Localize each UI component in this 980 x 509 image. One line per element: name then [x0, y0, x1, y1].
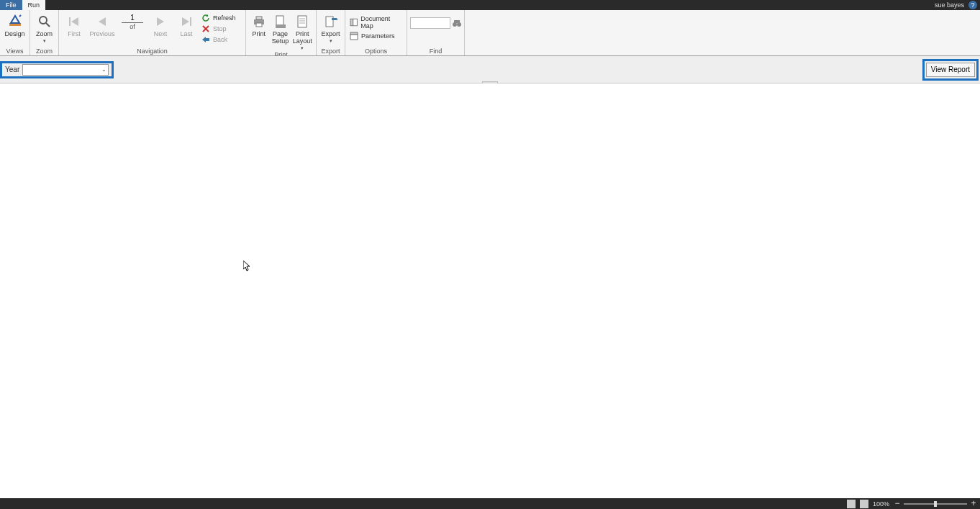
design-button[interactable]: Design	[3, 12, 27, 37]
previous-label: Previous	[89, 30, 114, 37]
back-button[interactable]: Back	[200, 35, 237, 45]
chevron-down-icon: ▾	[330, 39, 332, 43]
svg-rect-9	[256, 17, 262, 19]
page-setup-button[interactable]: Page Setup	[271, 12, 291, 45]
status-icon-2[interactable]	[860, 500, 868, 508]
print-label: Print	[253, 30, 266, 37]
tab-file-label: File	[6, 1, 17, 9]
magnifier-icon	[37, 14, 52, 29]
chevron-down-icon: ⌄	[101, 66, 106, 73]
stop-icon	[201, 24, 210, 33]
printer-icon	[252, 14, 266, 29]
print-layout-label: Print Layout	[293, 30, 312, 45]
svg-rect-12	[276, 24, 286, 28]
svg-point-1	[40, 17, 47, 24]
svg-rect-10	[256, 23, 262, 27]
next-label: Next	[154, 30, 168, 37]
group-print: Print Page Setup Print Layout ▾ Print	[246, 10, 317, 55]
status-bar: 100% − +	[0, 498, 980, 509]
tab-run[interactable]: Run	[22, 0, 46, 10]
page-setup-label: Page Setup	[272, 30, 289, 45]
group-find: Find	[407, 10, 465, 55]
group-print-label: Print	[246, 50, 316, 55]
document-map-icon	[350, 18, 358, 27]
svg-rect-11	[276, 16, 283, 26]
group-options: Document Map Parameters Options	[345, 10, 407, 55]
svg-rect-13	[298, 16, 307, 27]
view-report-label: View Report	[931, 66, 970, 73]
document-map-button[interactable]: Document Map	[348, 14, 404, 30]
zoom-label: Zoom	[36, 30, 53, 37]
svg-rect-18	[350, 19, 353, 25]
chevron-down-icon: ▾	[43, 39, 46, 43]
report-canvas	[0, 84, 980, 498]
parameters-label: Parameters	[361, 32, 395, 40]
group-views-label: Views	[0, 47, 30, 55]
zoom-button[interactable]: Zoom ▾	[33, 12, 55, 43]
group-export: Export ▾ Export	[317, 10, 345, 55]
next-icon	[153, 14, 168, 29]
page-input[interactable]	[122, 13, 143, 23]
page-setup-icon	[273, 14, 288, 29]
zoom-in-button[interactable]: +	[970, 500, 977, 508]
back-icon	[201, 35, 210, 44]
previous-icon	[95, 14, 109, 29]
refresh-label: Refresh	[213, 14, 236, 22]
zoom-slider[interactable]	[904, 503, 967, 505]
options-stack: Document Map Parameters	[348, 12, 404, 41]
page-of-label: of	[130, 23, 135, 30]
stop-button[interactable]: Stop	[200, 24, 237, 34]
year-select[interactable]: ⌄	[22, 64, 109, 76]
user-label: sue bayes	[935, 1, 964, 9]
refresh-icon	[201, 14, 210, 22]
view-report-highlight: View Report	[922, 59, 979, 81]
binoculars-icon[interactable]	[452, 18, 462, 28]
refresh-button[interactable]: Refresh	[200, 13, 237, 23]
ribbon: Design Views Zoom ▾ Zoom First Previous	[0, 10, 980, 56]
svg-rect-19	[353, 19, 358, 25]
back-label: Back	[213, 36, 227, 43]
find-input[interactable]	[410, 17, 450, 29]
first-button[interactable]: First	[62, 12, 86, 37]
svg-rect-3	[69, 17, 71, 26]
last-button[interactable]: Last	[174, 12, 199, 37]
next-button[interactable]: Next	[148, 12, 173, 37]
zoom-thumb[interactable]	[934, 501, 937, 507]
export-icon	[324, 14, 338, 29]
zoom-control: − +	[894, 500, 977, 508]
group-views: Design Views	[0, 10, 30, 55]
group-export-label: Export	[317, 47, 345, 55]
first-icon	[67, 14, 81, 29]
tab-run-label: Run	[28, 1, 40, 9]
parameters-icon	[350, 32, 358, 40]
parameters-button[interactable]: Parameters	[348, 31, 404, 41]
last-icon	[179, 14, 194, 29]
group-navigation: First Previous of Next Last Refr	[59, 10, 246, 55]
print-layout-button[interactable]: Print Layout ▾	[291, 12, 313, 50]
svg-rect-7	[205, 38, 209, 41]
group-find-label: Find	[407, 47, 464, 55]
svg-line-2	[46, 23, 50, 27]
help-icon[interactable]: ?	[968, 1, 977, 9]
tabset: File Run	[0, 0, 45, 10]
status-icon-1[interactable]	[847, 500, 856, 508]
view-report-button[interactable]: View Report	[926, 63, 975, 77]
print-button[interactable]: Print	[249, 12, 269, 37]
export-button[interactable]: Export ▾	[319, 12, 342, 43]
find-box	[410, 12, 462, 29]
export-label: Export	[321, 30, 340, 37]
group-zoom: Zoom ▾ Zoom	[30, 10, 59, 55]
group-options-label: Options	[345, 47, 407, 55]
tab-file[interactable]: File	[0, 0, 22, 10]
document-map-label: Document Map	[360, 15, 402, 30]
svg-rect-4	[190, 17, 191, 26]
group-zoom-label: Zoom	[30, 47, 58, 55]
titlebar-right: sue bayes ?	[935, 1, 980, 9]
zoom-out-button[interactable]: −	[894, 500, 901, 508]
svg-rect-24	[454, 20, 460, 23]
page-box: of	[118, 12, 147, 30]
nav-small-stack: Refresh Stop Back	[200, 12, 237, 45]
group-navigation-label: Navigation	[59, 47, 245, 55]
year-label: Year	[5, 66, 19, 73]
previous-button[interactable]: Previous	[88, 12, 117, 37]
